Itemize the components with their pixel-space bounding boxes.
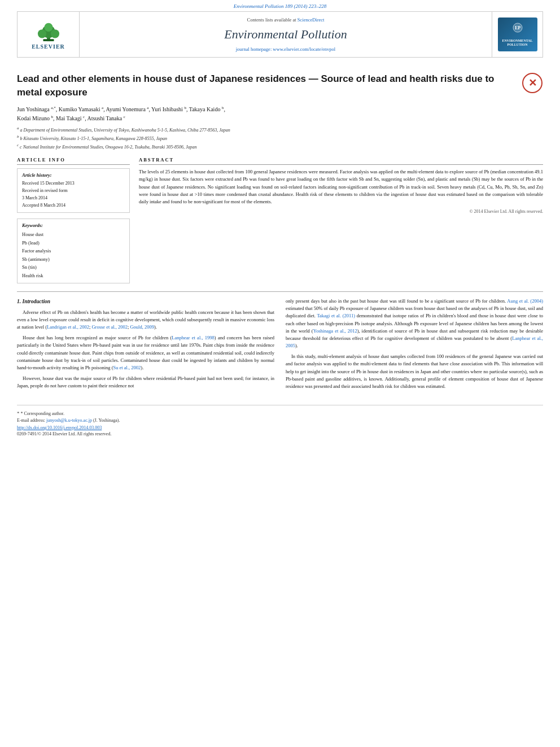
keyword-1: House dust [22, 230, 125, 238]
ref-grosse-2002[interactable]: Grosse et al., 2002 [91, 324, 128, 330]
page-wrapper: Environmental Pollution 189 (2014) 223–2… [0, 0, 560, 747]
elsevier-logo-section: ELSEVIER [18, 12, 80, 57]
revised-date: 3 March 2014 [22, 195, 125, 202]
intro-para-2: House dust has long been recognized as m… [17, 334, 274, 372]
affiliation-b: b b Kitasato University, Kitasato 1-15-1… [17, 134, 543, 142]
elsevier-brand-text: ELSEVIER [32, 43, 65, 50]
ep-logo-section: EP ENVIRONMENTALPOLLUTION [492, 12, 542, 57]
author-email[interactable]: junyosh@k.u-tokyo.ac.jp [46, 418, 92, 423]
abstract-column: ABSTRACT The levels of 25 elements in ho… [139, 157, 543, 283]
abstract-label: ABSTRACT [139, 157, 543, 165]
intro-title: 1. Introduction [17, 298, 274, 306]
abstract-text: The levels of 25 elements in house dust … [139, 168, 543, 206]
article-title: Lead and other elements in house dust of… [17, 72, 516, 99]
affiliation-a: a a Department of Environmental Studies,… [17, 125, 543, 134]
journal-header-box: ELSEVIER Contents lists available at Sci… [17, 11, 543, 58]
affiliations-section: a a Department of Environmental Studies,… [17, 125, 543, 150]
article-info-label: ARTICLE INFO [17, 157, 130, 165]
keyword-5: Sn (tin) [22, 263, 125, 271]
keyword-4: Sb (antimony) [22, 255, 125, 263]
received-revised-label: Received in revised form [22, 187, 125, 195]
crossmark-badge[interactable]: ✕ [522, 72, 543, 94]
info-abstract-section: ARTICLE INFO Article history: Received 1… [17, 157, 543, 283]
journal-homepage: journal homepage: www.elsevier.com/locat… [236, 46, 335, 52]
ref-yoshinaga-2012[interactable]: Yoshinaga et al., 2012 [313, 328, 357, 334]
contents-available-text: Contents lists available at ScienceDirec… [247, 17, 325, 23]
elsevier-logo: ELSEVIER [32, 20, 65, 50]
sciencedirect-link[interactable]: ScienceDirect [298, 17, 325, 23]
ref-lanphear-2005[interactable]: Lanphear et al., 2005 [286, 335, 543, 348]
affiliation-c: c c National Institute for Environmental… [17, 142, 543, 151]
keyword-6: Health risk [22, 272, 125, 279]
journal-reference-bar: Environmental Pollution 189 (2014) 223–2… [0, 0, 560, 11]
doi-link[interactable]: http://dx.doi.org/10.1016/j.envpol.2014.… [17, 425, 543, 430]
intro-para-1: Adverse effect of Pb on children's healt… [17, 309, 274, 331]
journal-header-center: Contents lists available at ScienceDirec… [80, 12, 492, 57]
ref-lanphear-1998[interactable]: Lanphear et al., 1998 [172, 335, 215, 340]
svg-point-2 [37, 29, 46, 38]
svg-point-3 [50, 29, 59, 38]
issn-text: 0269-7491/© 2014 Elsevier Ltd. All right… [17, 431, 543, 436]
accepted-date: Accepted 8 March 2014 [22, 202, 125, 209]
keyword-3: Factor analysis [22, 247, 125, 255]
email-note: E-mail address: junyosh@k.u-tokyo.ac.jp … [17, 417, 543, 424]
svg-text:EP: EP [514, 25, 520, 30]
corresponding-author-note: * * Corresponding author. [17, 410, 543, 417]
intro-para-5: In this study, multi-element analysis of… [286, 353, 543, 390]
article-info-column: ARTICLE INFO Article history: Received 1… [17, 157, 130, 283]
ref-landrigan-2002[interactable]: Landrigan et al., 2002 [47, 324, 89, 330]
keyword-2: Pb (lead) [22, 239, 125, 247]
authors-section: Jun Yoshinaga a,*, Kumiko Yamasaki a, Ay… [17, 105, 543, 124]
keywords-box: Keywords: House dust Pb (lead) Factor an… [17, 219, 130, 283]
keywords-label: Keywords: [22, 222, 125, 228]
svg-rect-5 [43, 39, 54, 41]
ref-gould-2009[interactable]: Gould, 2009 [130, 324, 154, 330]
corresponding-author-text: * Corresponding author. [20, 411, 64, 416]
copyright-line: © 2014 Elsevier Ltd. All rights reserved… [139, 209, 543, 214]
ep-logo-icon: EP [506, 22, 529, 39]
article-history-box: Article history: Received 15 December 20… [17, 168, 130, 213]
ref-su-2002[interactable]: Su et al., 2002 [113, 365, 141, 370]
intro-right-column: only present days but also in the past b… [286, 298, 543, 394]
ep-logo-box: EP ENVIRONMENTALPOLLUTION [498, 18, 537, 51]
intro-para-3: However, house dust was the major source… [17, 375, 274, 390]
elsevier-tree-icon [32, 20, 65, 42]
intro-left-column: 1. Introduction Adverse effect of Pb on … [17, 298, 274, 394]
article-content: Lead and other elements in house dust of… [17, 58, 543, 399]
svg-point-4 [44, 23, 53, 31]
ref-aung-2004[interactable]: Aung et al. (2004) [507, 298, 543, 304]
intro-para-4: only present days but also in the past b… [286, 298, 543, 350]
journal-ref-text: Environmental Pollution 189 (2014) 223–2… [234, 3, 327, 9]
introduction-section: 1. Introduction Adverse effect of Pb on … [17, 298, 543, 394]
history-label: Article history: [22, 172, 125, 178]
ep-logo-text: ENVIRONMENTALPOLLUTION [502, 39, 532, 47]
received-date: Received 15 December 2013 [22, 180, 125, 187]
crossmark-icon: ✕ [522, 73, 542, 93]
ref-takagi-2011[interactable]: Takagi et al. (2011) [317, 313, 355, 318]
article-title-section: Lead and other elements in house dust of… [17, 72, 543, 99]
journal-title: Environmental Pollution [224, 27, 347, 42]
footer-section: * * Corresponding author. E-mail address… [17, 405, 543, 440]
section-divider [17, 291, 543, 292]
